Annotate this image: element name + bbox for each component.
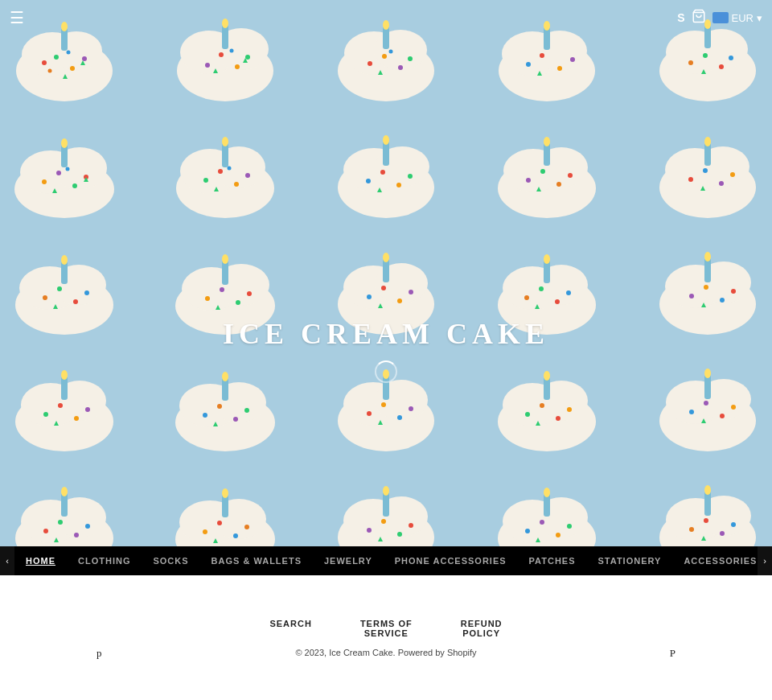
nav-scroll-right[interactable]: › — [758, 546, 772, 575]
svg-point-43 — [557, 66, 562, 71]
svg-point-113 — [61, 255, 68, 265]
cake-tile — [466, 117, 627, 233]
svg-point-107 — [730, 172, 735, 177]
svg-point-155 — [704, 285, 708, 290]
footer: SEARCHTERMS OF SERVICEREFUND POLICY © 20… — [0, 575, 772, 700]
svg-point-105 — [703, 168, 708, 173]
svg-point-175 — [217, 404, 222, 409]
nav-item-home[interactable]: HOME — [14, 546, 67, 575]
svg-point-51 — [688, 60, 693, 65]
footer-prev-icon[interactable]: p — [96, 647, 102, 660]
nav-item-phone-accessories[interactable]: PHONE ACCESSORIES — [384, 546, 518, 575]
svg-point-171 — [211, 382, 266, 422]
svg-rect-162 — [61, 377, 68, 400]
svg-rect-242 — [544, 494, 550, 517]
svg-point-77 — [228, 166, 232, 170]
svg-point-96 — [556, 182, 561, 187]
svg-point-44 — [570, 57, 575, 62]
cake-tile — [145, 117, 306, 233]
svg-rect-112 — [61, 261, 68, 284]
svg-point-114 — [43, 295, 47, 300]
svg-point-7 — [70, 66, 75, 71]
menu-icon[interactable]: ☰ — [10, 8, 24, 27]
svg-point-144 — [524, 295, 529, 300]
footer-next-icon[interactable]: P — [670, 647, 676, 660]
cake-tile — [0, 350, 145, 467]
svg-point-61 — [42, 179, 47, 184]
svg-point-207 — [731, 405, 736, 410]
svg-point-22 — [230, 48, 234, 52]
currency-selector[interactable]: EUR ▾ — [712, 12, 762, 24]
svg-point-194 — [525, 412, 530, 417]
svg-point-30 — [368, 61, 372, 66]
svg-rect-142 — [544, 261, 550, 283]
svg-point-137 — [409, 290, 413, 294]
svg-point-167 — [85, 407, 90, 412]
search-label[interactable]: S — [677, 11, 684, 24]
dropdown-icon: ▾ — [757, 12, 762, 24]
svg-point-41 — [526, 62, 531, 67]
svg-point-6 — [54, 55, 59, 60]
svg-point-95 — [540, 169, 545, 174]
svg-point-42 — [540, 53, 544, 58]
svg-point-34 — [389, 49, 393, 53]
svg-point-53 — [719, 64, 724, 69]
svg-point-76 — [245, 173, 250, 178]
flag-icon — [712, 12, 729, 23]
svg-point-237 — [409, 523, 413, 528]
svg-point-161 — [53, 381, 106, 421]
svg-point-143 — [544, 254, 550, 264]
svg-point-101 — [696, 146, 749, 187]
svg-point-223 — [222, 488, 228, 498]
svg-point-187 — [409, 406, 413, 411]
svg-point-72 — [222, 137, 228, 146]
nav-item-bags---wallets[interactable]: BAGS & WALLETS — [200, 546, 313, 575]
svg-point-234 — [367, 528, 372, 533]
svg-point-97 — [568, 173, 573, 178]
footer-link-terms-of-service[interactable]: TERMS OF SERVICE — [360, 619, 413, 638]
cake-tile — [0, 117, 145, 233]
svg-point-84 — [366, 179, 371, 183]
svg-rect-232 — [383, 492, 389, 517]
svg-rect-202 — [704, 375, 711, 399]
nav-item-accessories[interactable]: ACCESSORIES — [672, 546, 758, 575]
brand-overlay: ICE CREAM CAKE — [223, 317, 549, 383]
svg-point-227 — [244, 525, 249, 529]
svg-point-65 — [66, 167, 70, 171]
header-right: S EUR ▾ — [677, 9, 762, 27]
svg-point-133 — [383, 253, 389, 262]
nav-item-socks[interactable]: SOCKS — [142, 546, 199, 575]
svg-point-204 — [689, 410, 694, 414]
svg-point-233 — [383, 486, 389, 496]
svg-point-205 — [704, 401, 708, 406]
svg-point-62 — [56, 171, 61, 175]
nav-item-clothing[interactable]: CLOTHING — [67, 546, 142, 575]
svg-point-52 — [703, 53, 708, 58]
svg-point-123 — [222, 254, 228, 264]
nav-item-patches[interactable]: PATCHES — [518, 546, 587, 575]
svg-point-206 — [720, 414, 725, 418]
cart-icon[interactable] — [692, 9, 706, 27]
footer-link-refund-policy[interactable]: REFUND POLICY — [461, 619, 503, 638]
svg-rect-59 — [61, 145, 68, 167]
svg-point-196 — [556, 416, 561, 421]
svg-point-153 — [704, 252, 711, 261]
svg-point-74 — [218, 169, 223, 174]
svg-point-166 — [74, 416, 79, 421]
nav-item-jewelry[interactable]: JEWELRY — [313, 546, 384, 575]
svg-point-174 — [203, 413, 207, 418]
svg-point-106 — [719, 181, 724, 186]
svg-point-217 — [85, 524, 90, 529]
nav-scroll-left[interactable]: ‹ — [0, 546, 14, 575]
svg-rect-132 — [383, 259, 389, 282]
svg-point-213 — [61, 487, 68, 496]
svg-point-18 — [205, 63, 210, 68]
svg-point-247 — [567, 524, 572, 529]
svg-point-38 — [532, 31, 587, 71]
svg-point-141 — [535, 265, 588, 305]
svg-point-145 — [539, 286, 544, 291]
nav-item-stationery[interactable]: STATIONERY — [587, 546, 673, 575]
svg-point-87 — [408, 174, 413, 179]
svg-point-131 — [375, 263, 428, 303]
footer-link-search[interactable]: SEARCH — [269, 619, 311, 628]
